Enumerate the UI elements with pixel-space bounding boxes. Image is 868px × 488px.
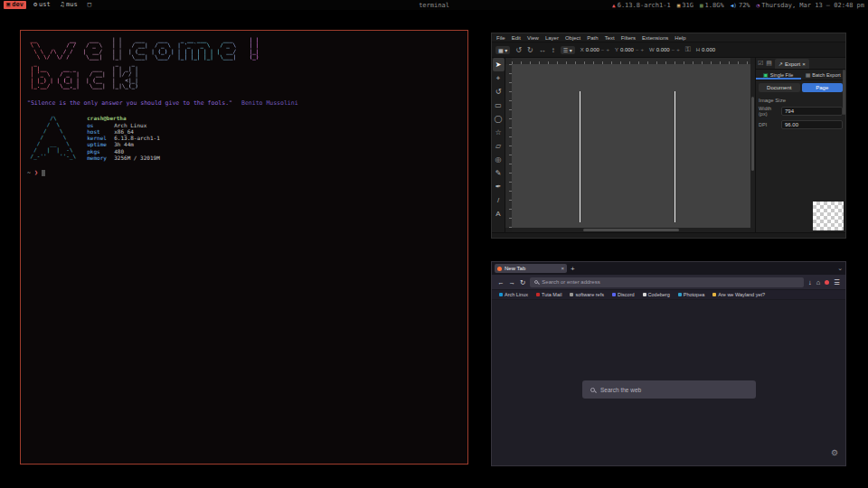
minus-stepper[interactable]: − (601, 47, 605, 52)
inkscape-window[interactable]: File Edit View Layer Object Path Text Fi… (491, 33, 846, 239)
page-settings-gear-icon[interactable]: ⚙ (831, 449, 838, 457)
plus-stepper[interactable]: + (640, 47, 644, 52)
menu-path[interactable]: Path (587, 35, 598, 41)
shell-prompt[interactable]: ~ ❯ (27, 169, 461, 176)
width-label: Width (px) (759, 106, 778, 117)
close-icon[interactable]: × (561, 266, 564, 271)
tab-new-tab[interactable]: New Tab × (495, 264, 567, 273)
minus-stepper[interactable]: − (636, 47, 639, 52)
lock-ratio-icon[interactable]: ⚿ (685, 45, 691, 54)
h-field[interactable]: H 0.000 (696, 47, 715, 52)
calligraphy-tool[interactable]: / (493, 193, 505, 207)
pencil-tool[interactable]: ✎ (493, 166, 505, 180)
logo-line: /_-'' ''-_\ (27, 153, 76, 159)
document-button[interactable]: Document (759, 83, 800, 92)
bookmark-arch-linux[interactable]: Arch Linux (499, 292, 528, 297)
flip-horizontal-icon[interactable]: ↔ (539, 46, 546, 54)
bookmark-photopea[interactable]: Photopea (678, 292, 705, 297)
x-field[interactable]: X 0.000 − + (580, 47, 609, 52)
info-key: memory (87, 155, 114, 161)
url-bar[interactable]: Search or enter address (530, 277, 804, 287)
y-field[interactable]: Y 0.000 − + (615, 47, 644, 52)
system-info: crash@bertha osArch Linux hostx86_64 ker… (87, 115, 160, 161)
bookmark-folder-software-refs[interactable]: software refs (570, 292, 603, 297)
menu-object[interactable]: Object (565, 35, 580, 41)
x-value[interactable]: 0.000 (586, 47, 599, 52)
panel-scrollbar[interactable] (843, 70, 845, 115)
menu-extensions[interactable]: Extensions (642, 35, 668, 41)
workspace-empty[interactable]: □ (85, 1, 94, 9)
spiral-tool[interactable]: ◎ (493, 153, 505, 166)
home-icon[interactable]: ⌂ (816, 278, 821, 286)
batch-export-tab[interactable]: ▦ Batch Export (801, 70, 846, 80)
close-icon[interactable]: × (802, 61, 806, 67)
arch-icon: ▲ (612, 2, 616, 8)
menu-help[interactable]: Help (675, 35, 685, 41)
h-value[interactable]: 0.000 (702, 47, 715, 52)
bookmark-are-we-wayland-yet[interactable]: Are we Wayland yet? (712, 292, 765, 297)
box3d-tool[interactable]: ▱ (493, 139, 505, 153)
bookmark-tuta-mail[interactable]: Tuta Mail (536, 292, 561, 297)
selection-mode-dropdown[interactable]: ▦ ▾ (495, 46, 510, 54)
align-dropdown[interactable]: ☰ ▾ (561, 46, 575, 54)
export-icon: ↗ (778, 61, 783, 67)
menu-file[interactable]: File (496, 35, 505, 41)
width-input[interactable]: 794 (781, 107, 843, 116)
star-tool[interactable]: ☆ (493, 126, 505, 139)
bookmark-codeberg[interactable]: Codeberg (643, 292, 670, 297)
scroll-thumb[interactable] (583, 229, 679, 231)
terminal-window[interactable]: __ __ ___ | | ___ ___ _ __ ___ ___ | | \… (20, 30, 468, 465)
layers-dialog-icon[interactable]: ▤ (766, 60, 772, 69)
flip-vertical-icon[interactable]: ↕ (552, 46, 555, 54)
shape-builder-tool[interactable]: ↺ (493, 85, 505, 99)
node-tool[interactable]: ⌖ (493, 71, 505, 85)
new-tab-button[interactable]: + (571, 265, 575, 273)
pen-tool[interactable]: ✒ (493, 180, 505, 193)
reload-button[interactable]: ↻ (520, 278, 525, 286)
rectangle-tool[interactable]: ▭ (493, 99, 505, 112)
workspace-dev[interactable]: ▣ dev (4, 1, 26, 9)
page-button[interactable]: Page (802, 83, 844, 92)
rotate-ccw-icon[interactable]: ↺ (515, 46, 522, 54)
back-button[interactable]: ← (497, 278, 505, 286)
rotate-cw-icon[interactable]: ↻ (527, 46, 533, 54)
downloads-icon[interactable]: ↓ (808, 278, 812, 286)
selector-tool[interactable]: ➤ (493, 58, 505, 71)
bookmark-label: Photopea (684, 292, 705, 297)
menu-icon[interactable]: ☰ (834, 278, 840, 286)
dpi-input[interactable]: 96.00 (781, 120, 843, 129)
checkbox-dialog-icon[interactable]: ☑ (758, 60, 763, 69)
menu-view[interactable]: View (527, 35, 539, 41)
bookmark-favicon (612, 293, 616, 296)
canvas[interactable] (512, 64, 750, 228)
workspace-mus[interactable]: ♫ mus (58, 1, 80, 9)
minus-stepper[interactable]: − (672, 47, 675, 52)
menu-layer[interactable]: Layer (545, 35, 559, 41)
menu-filters[interactable]: Filters (621, 35, 636, 41)
volume-module[interactable]: ◀) 72% (731, 2, 750, 9)
extension-icon[interactable] (825, 280, 829, 285)
chevron-down-icon[interactable]: ⌄ (837, 265, 843, 272)
scroll-thumb[interactable] (751, 97, 754, 170)
browser-window[interactable]: New Tab × + ⌄ ← → ↻ Search or enter addr… (491, 261, 846, 466)
welcome-banner: __ __ ___ | | ___ ___ _ __ ___ ___ | | \… (27, 37, 259, 89)
bookmark-favicon (678, 293, 682, 296)
menu-text[interactable]: Text (605, 35, 615, 41)
bookmark-discord[interactable]: Discord (612, 292, 635, 297)
single-file-tab[interactable]: ▣ Single File (756, 70, 801, 80)
forward-button[interactable]: → (509, 278, 516, 286)
w-field[interactable]: W 0.000 − + (649, 47, 680, 52)
w-value[interactable]: 0.000 (656, 47, 670, 52)
plus-stepper[interactable]: + (606, 47, 609, 52)
menu-edit[interactable]: Edit (512, 35, 521, 41)
y-value[interactable]: 0.000 (620, 47, 634, 52)
web-search-input[interactable]: Search the web (582, 380, 756, 399)
ellipse-tool[interactable]: ◯ (493, 112, 505, 126)
export-tab[interactable]: ↗ Export × (775, 59, 809, 69)
text-tool[interactable]: A (493, 207, 505, 221)
workspace-ust[interactable]: ⚙ ust (31, 1, 53, 9)
plus-stepper[interactable]: + (676, 47, 680, 52)
memory-module: ▥ 1.8G% (700, 2, 724, 9)
info-row: pkgs480 (87, 148, 160, 155)
workspace-label: mus (66, 1, 78, 9)
